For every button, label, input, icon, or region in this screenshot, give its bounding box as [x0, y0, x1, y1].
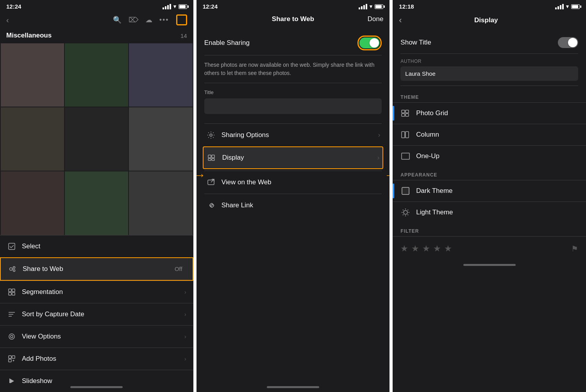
view-on-web-item[interactable]: View on the Web — [204, 171, 382, 194]
segmentation-label: Segmentation — [22, 288, 184, 296]
photo-cell-8[interactable] — [65, 171, 128, 235]
panel2-content: Enable Sharing These photos are now avai… — [197, 26, 390, 383]
theme-one-up[interactable]: One-Up — [393, 145, 586, 167]
svg-rect-30 — [406, 110, 409, 113]
light-theme-label: Light Theme — [416, 208, 453, 216]
display-label: Display — [222, 154, 377, 162]
svg-rect-6 — [9, 289, 11, 292]
select-icon — [7, 242, 16, 251]
menu-item-slideshow[interactable]: Slideshow — [0, 370, 193, 383]
author-input[interactable] — [400, 66, 578, 81]
time-3: 12:18 — [399, 3, 414, 10]
photo-cell-9[interactable] — [129, 171, 192, 235]
author-section: Author — [400, 54, 578, 86]
star-5[interactable]: ★ — [444, 244, 452, 254]
menu-item-share-to-web[interactable]: Share to Web Off — [0, 257, 193, 281]
wifi-icon-3: ▾ — [566, 4, 569, 9]
menu-item-sort[interactable]: Sort by Capture Date › — [0, 303, 193, 325]
svg-rect-35 — [402, 153, 409, 159]
title-input[interactable] — [204, 98, 382, 114]
status-bar-3: 12:18 ▾ — [393, 0, 586, 11]
filter-section: ★ ★ ★ ★ ★ ⚑ — [393, 236, 586, 261]
star-1[interactable]: ★ — [400, 244, 408, 254]
signal-icon-2 — [359, 4, 367, 9]
status-icons-3: ▾ — [555, 4, 580, 9]
appearance-dark[interactable]: Dark Theme — [393, 180, 586, 201]
cloud-icon-1[interactable]: ☁ — [145, 16, 152, 24]
slideshow-icon — [7, 376, 16, 383]
photo-cell-6[interactable] — [129, 107, 192, 171]
photo-cell-5[interactable] — [65, 107, 128, 171]
svg-line-4 — [12, 268, 13, 269]
svg-rect-37 — [402, 187, 409, 194]
view-on-web-label: View on the Web — [222, 178, 381, 186]
light-theme-icon — [400, 207, 411, 217]
panel3-header: ‹ Display — [393, 11, 586, 29]
svg-rect-8 — [9, 292, 11, 295]
svg-point-13 — [9, 334, 14, 339]
share-to-web-title: Share to Web — [272, 15, 314, 23]
svg-point-22 — [210, 134, 212, 136]
svg-rect-24 — [212, 155, 214, 158]
svg-rect-15 — [9, 356, 11, 358]
grid-view-button[interactable] — [176, 14, 187, 25]
show-title-toggle[interactable] — [558, 37, 578, 48]
star-3[interactable]: ★ — [422, 244, 430, 254]
done-button[interactable]: Done — [368, 15, 384, 23]
sharing-options-item[interactable]: Sharing Options › — [204, 123, 382, 146]
sharing-options-chevron: › — [378, 131, 381, 139]
svg-line-46 — [408, 210, 409, 210]
appearance-light[interactable]: Light Theme — [393, 201, 586, 223]
show-title-row: Show Title — [400, 32, 578, 54]
photo-cell-4[interactable] — [1, 107, 64, 171]
dark-theme-icon — [400, 186, 411, 196]
show-title-label: Show Title — [400, 39, 431, 46]
svg-rect-25 — [208, 159, 211, 160]
search-icon-1[interactable]: 🔍 — [113, 16, 121, 24]
add-photos-icon — [7, 354, 16, 363]
author-label: Author — [400, 59, 578, 64]
appearance-section-label: APPEARANCE — [393, 167, 586, 180]
show-title-knob — [568, 38, 577, 47]
filter-icon-1[interactable]: ⌦ — [129, 16, 138, 24]
flag-icon[interactable]: ⚑ — [571, 244, 578, 253]
svg-rect-26 — [212, 159, 214, 160]
photo-cell-1[interactable] — [1, 43, 64, 107]
more-icon-1[interactable]: ••• — [159, 16, 169, 24]
display-item[interactable]: Display › — [203, 146, 384, 169]
back-icon-1[interactable]: ‹ — [6, 16, 9, 25]
svg-rect-7 — [12, 289, 15, 292]
album-header: Miscellaneous 14 — [0, 30, 193, 43]
menu-item-segmentation[interactable]: Segmentation › — [0, 281, 193, 303]
share-link-item[interactable]: Share Link — [204, 194, 382, 217]
svg-line-47 — [403, 214, 404, 215]
signal-icon-1 — [163, 4, 171, 9]
sort-icon — [7, 310, 16, 319]
segmentation-chevron: › — [184, 289, 186, 295]
star-2[interactable]: ★ — [411, 244, 419, 254]
photo-cell-7[interactable] — [1, 171, 64, 235]
panel2-menu: Sharing Options › Display › — [204, 123, 382, 217]
menu-item-select[interactable]: Select — [0, 235, 193, 257]
photo-cell-3[interactable] — [129, 43, 192, 107]
photo-cell-2[interactable] — [65, 43, 128, 107]
column-icon — [400, 130, 411, 140]
menu-item-view-options[interactable]: View Options › — [0, 325, 193, 347]
title-field-label: Title — [204, 89, 382, 95]
select-label: Select — [22, 242, 186, 250]
theme-photo-grid[interactable]: Photo Grid — [393, 102, 586, 124]
svg-rect-32 — [406, 114, 409, 116]
menu-item-add-photos[interactable]: Add Photos › — [0, 347, 193, 370]
svg-rect-34 — [406, 132, 409, 138]
status-bar-1: 12:24 ▾ — [0, 0, 193, 11]
display-back-icon[interactable]: ‹ — [399, 15, 402, 25]
panel2-header: Share to Web Done — [197, 11, 390, 26]
nav-bar-1: ‹ 🔍 ⌦ ☁ ••• — [0, 11, 193, 30]
photo-grid-active-bar — [393, 106, 394, 121]
svg-marker-20 — [9, 378, 14, 383]
slideshow-label: Slideshow — [22, 377, 186, 383]
enable-sharing-toggle[interactable] — [359, 37, 380, 48]
star-4[interactable]: ★ — [433, 244, 441, 254]
theme-column[interactable]: Column — [393, 124, 586, 145]
photo-grid-label: Photo Grid — [416, 109, 448, 117]
